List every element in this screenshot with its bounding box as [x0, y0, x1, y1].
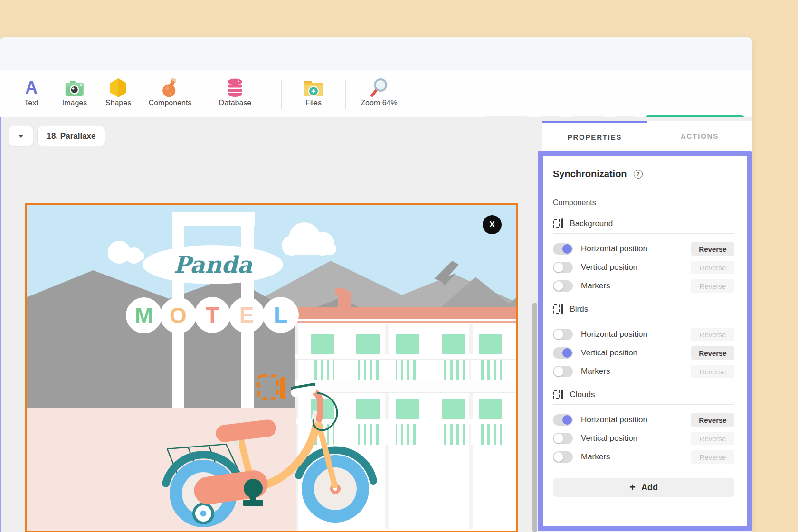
caret-down-icon	[19, 135, 23, 138]
component-icon	[553, 218, 563, 228]
sign-title-text: Panda	[173, 251, 252, 278]
motel-letters: M O T E L	[126, 297, 299, 333]
app-window: A Text Images	[0, 37, 752, 532]
sync-row-label: Horizontal position	[581, 415, 647, 425]
reverse-button[interactable]: Reverse	[691, 261, 734, 274]
toolbar-item-shapes[interactable]: Shapes	[105, 77, 131, 107]
reverse-button[interactable]: Reverse	[691, 328, 734, 341]
toggle-background-vertical-position[interactable]	[553, 262, 573, 273]
toggle-birds-vertical-position[interactable]	[553, 347, 573, 359]
synchronization-panel: Synchronization ? Components Background …	[538, 151, 752, 531]
reverse-button[interactable]: Reverse	[691, 242, 734, 256]
toolbar-item-components[interactable]: Components	[149, 77, 192, 107]
divider	[553, 233, 734, 234]
slide-tab[interactable]: 18. Parallaxe	[37, 126, 105, 146]
sync-row-label: Vertical position	[581, 348, 637, 358]
reverse-button[interactable]: Reverse	[691, 432, 734, 445]
toolbar-zoom-control[interactable]: Zoom 64%	[361, 77, 397, 107]
sync-row-label: Vertical position	[581, 263, 637, 272]
sync-row-label: Vertical position	[581, 434, 637, 443]
sync-row: Markers Reverse	[553, 279, 734, 293]
toolbar-divider	[281, 80, 282, 109]
sync-group-background: Background Horizontal position Reverse V…	[553, 218, 734, 293]
sync-row-label: Horizontal position	[581, 244, 647, 254]
toolbar-item-files[interactable]: Files	[303, 77, 324, 107]
window-titlebar	[0, 37, 752, 70]
reverse-button[interactable]: Reverse	[691, 279, 734, 293]
camera-icon	[65, 77, 85, 98]
toggle-background-markers[interactable]	[553, 280, 573, 292]
canvas-artboard[interactable]: Panda M O T E L	[25, 203, 518, 532]
component-name: Birds	[570, 304, 589, 314]
sync-row: Horizontal position Reverse	[553, 413, 734, 427]
reverse-button[interactable]: Reverse	[691, 450, 734, 464]
sync-row: Horizontal position Reverse	[553, 328, 734, 341]
toolbar-item-database[interactable]: Database	[219, 77, 252, 107]
main-toolbar: A Text Images	[0, 70, 752, 117]
sync-group-birds: Birds Horizontal position Reverse Vertic…	[553, 304, 734, 378]
tab-properties[interactable]: PROPERTIES	[542, 121, 647, 151]
reverse-button[interactable]: Reverse	[691, 413, 734, 427]
sync-row: Markers Reverse	[553, 450, 734, 464]
sync-groups: Background Horizontal position Reverse V…	[553, 218, 734, 464]
motel-illustration: Panda M O T E L	[27, 205, 516, 531]
divider	[553, 404, 734, 405]
close-selection-button[interactable]: X	[483, 215, 502, 234]
toggle-clouds-horizontal-position[interactable]	[553, 414, 573, 426]
sync-row: Horizontal position Reverse	[553, 242, 734, 256]
left-panel-edge	[0, 117, 1, 532]
sync-group-clouds: Clouds Horizontal position Reverse Verti…	[553, 390, 734, 464]
sync-row: Vertical position Reverse	[553, 432, 734, 445]
canvas-scrollbar[interactable]	[532, 303, 537, 532]
reverse-button[interactable]: Reverse	[691, 365, 734, 378]
hexagon-icon	[109, 77, 128, 98]
svg-text:O: O	[170, 303, 187, 328]
text-icon: A	[25, 77, 38, 98]
toggle-birds-markers[interactable]	[553, 366, 573, 377]
panel-title: Synchronization	[553, 169, 627, 180]
flask-icon	[160, 77, 180, 98]
toggle-clouds-markers[interactable]	[553, 451, 573, 463]
folder-icon	[303, 77, 324, 98]
sync-row: Vertical position Reverse	[553, 346, 734, 360]
components-section-label: Components	[553, 199, 734, 207]
magnifier-icon	[370, 77, 389, 98]
svg-text:L: L	[274, 303, 287, 327]
front-wheel	[302, 455, 369, 522]
component-name: Background	[570, 219, 613, 228]
svg-text:E: E	[239, 303, 254, 327]
svg-text:M: M	[135, 303, 153, 328]
toggle-clouds-vertical-position[interactable]	[553, 433, 573, 444]
component-icon	[553, 390, 563, 399]
sync-row-label: Markers	[581, 281, 610, 291]
sync-row-label: Markers	[581, 367, 610, 376]
divider	[553, 319, 734, 319]
sync-row: Markers Reverse	[553, 365, 734, 378]
component-icon	[553, 304, 563, 314]
help-icon[interactable]: ?	[634, 170, 643, 179]
tab-actions[interactable]: ACTIONS	[647, 121, 752, 151]
database-icon	[227, 77, 244, 98]
toggle-background-horizontal-position[interactable]	[553, 243, 573, 255]
slide-dropdown-button[interactable]	[9, 126, 33, 146]
sync-row: Vertical position Reverse	[553, 261, 734, 274]
sync-row-label: Horizontal position	[581, 330, 647, 339]
toolbar-divider	[345, 80, 346, 109]
svg-text:T: T	[206, 303, 219, 327]
component-name: Clouds	[570, 390, 595, 399]
add-component-button[interactable]: + Add	[553, 478, 734, 497]
plus-icon: +	[629, 482, 636, 493]
sync-row-label: Markers	[581, 452, 610, 462]
toggle-birds-horizontal-position[interactable]	[553, 329, 573, 340]
toolbar-item-text[interactable]: A Text	[24, 77, 38, 107]
reverse-button[interactable]: Reverse	[691, 346, 734, 360]
toolbar-item-images[interactable]: Images	[62, 77, 87, 107]
